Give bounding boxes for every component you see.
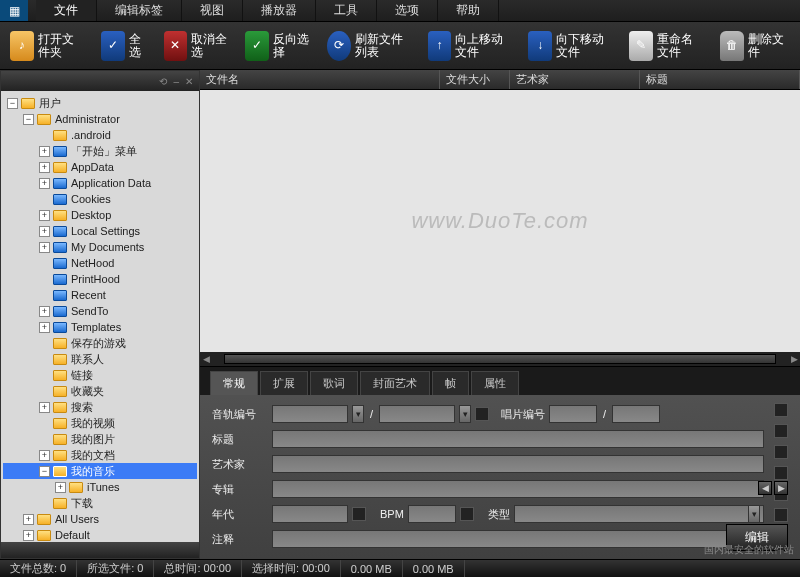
input-year[interactable] (272, 505, 348, 523)
menu-help[interactable]: 帮助 (438, 0, 499, 21)
check-year-inline[interactable] (352, 507, 366, 521)
tree-item[interactable]: 我的图片 (3, 431, 197, 447)
tree-item-label: My Documents (71, 241, 144, 253)
trash-icon: 🗑 (720, 31, 744, 61)
move-down-button[interactable]: ↓ 向下移动文件 (522, 29, 619, 63)
scroll-left-icon[interactable]: ◀ (200, 354, 212, 364)
tree-item[interactable]: .android (3, 127, 197, 143)
check-track-inline[interactable] (475, 407, 489, 421)
delete-button[interactable]: 🗑 删除文件 (714, 29, 792, 63)
tree-item[interactable]: +Default (3, 527, 197, 542)
tree-item[interactable]: +Application Data (3, 175, 197, 191)
check-track[interactable] (774, 403, 788, 417)
tab-frames[interactable]: 帧 (432, 371, 469, 395)
tree-root[interactable]: −用户 (3, 95, 197, 111)
check-comment[interactable] (774, 508, 788, 522)
tree-item[interactable]: +All Users (3, 511, 197, 527)
tab-cover-art[interactable]: 封面艺术 (360, 371, 430, 395)
tree-item[interactable]: −Administrator (3, 111, 197, 127)
check-bpm-inline[interactable] (460, 507, 474, 521)
input-genre[interactable] (514, 505, 764, 523)
input-artist[interactable] (272, 455, 764, 473)
tree-item[interactable]: Cookies (3, 191, 197, 207)
tree-item[interactable]: +Local Settings (3, 223, 197, 239)
tree-item-label: 链接 (71, 368, 93, 383)
rename-button[interactable]: ✎ 重命名文件 (623, 29, 710, 63)
tab-extended[interactable]: 扩展 (260, 371, 308, 395)
label-title: 标题 (212, 432, 268, 447)
file-list[interactable]: www.DuoTe.com (200, 90, 800, 352)
scroll-right-icon[interactable]: ▶ (788, 354, 800, 364)
tab-properties[interactable]: 属性 (471, 371, 519, 395)
tree-item[interactable]: NetHood (3, 255, 197, 271)
tree-item[interactable]: 联系人 (3, 351, 197, 367)
tree-item[interactable]: +My Documents (3, 239, 197, 255)
invert-selection-button[interactable]: ✓ 反向选择 (239, 29, 317, 63)
refresh-icon: ⟳ (327, 31, 351, 61)
tree-item[interactable]: 收藏夹 (3, 383, 197, 399)
genre-dropdown-icon[interactable]: ▾ (748, 505, 760, 523)
tree-item[interactable]: −我的音乐 (3, 463, 197, 479)
check-icon: ✓ (101, 31, 125, 61)
tree-item[interactable]: +SendTo (3, 303, 197, 319)
next-file-button[interactable]: ▶ (774, 481, 788, 495)
check-title[interactable] (774, 424, 788, 438)
refresh-tree-icon[interactable]: ⟲ (159, 76, 167, 87)
col-filesize[interactable]: 文件大小 (440, 70, 510, 89)
tree-item[interactable]: 保存的游戏 (3, 335, 197, 351)
tree-item[interactable]: +搜索 (3, 399, 197, 415)
menu-tools[interactable]: 工具 (316, 0, 377, 21)
menu-options[interactable]: 选项 (377, 0, 438, 21)
collapse-tree-icon[interactable]: – (173, 76, 179, 87)
move-up-button[interactable]: ↑ 向上移动文件 (422, 29, 519, 63)
tree-item[interactable]: Recent (3, 287, 197, 303)
track-total-dropdown-icon[interactable]: ▾ (459, 405, 471, 423)
tree-item[interactable]: 下载 (3, 495, 197, 511)
col-title[interactable]: 标题 (640, 70, 800, 89)
close-tree-icon[interactable]: ✕ (185, 76, 193, 87)
prev-file-button[interactable]: ◀ (758, 481, 772, 495)
tree-item-label: NetHood (71, 257, 114, 269)
menu-player[interactable]: 播放器 (243, 0, 316, 21)
input-title[interactable] (272, 430, 764, 448)
deselect-all-button[interactable]: ✕ 取消全选 (158, 29, 236, 63)
scroll-track[interactable] (224, 354, 776, 364)
tag-form: 音轨编号 ▾ / ▾ 唱片编号 / 标题 艺术家 (200, 395, 800, 559)
menu-file[interactable]: 文件 (36, 0, 97, 21)
tree-item[interactable]: +AppData (3, 159, 197, 175)
tree-item[interactable]: PrintHood (3, 271, 197, 287)
check-artist[interactable] (774, 445, 788, 459)
tree-item[interactable]: +Desktop (3, 207, 197, 223)
status-size2: 0.00 MB (403, 560, 465, 577)
tree-item[interactable]: +Templates (3, 319, 197, 335)
menu-edit-tags[interactable]: 编辑标签 (97, 0, 182, 21)
tree-item[interactable]: 我的视频 (3, 415, 197, 431)
scroll-thumb[interactable] (225, 355, 775, 363)
tree-item[interactable]: +「开始」菜单 (3, 143, 197, 159)
col-artist[interactable]: 艺术家 (510, 70, 640, 89)
select-all-button[interactable]: ✓ 全选 (95, 29, 153, 63)
input-track-total[interactable] (379, 405, 455, 423)
tab-lyrics[interactable]: 歌词 (310, 371, 358, 395)
tab-general[interactable]: 常规 (210, 371, 258, 395)
menu-view[interactable]: 视图 (182, 0, 243, 21)
input-track-no[interactable] (272, 405, 348, 423)
track-no-dropdown-icon[interactable]: ▾ (352, 405, 364, 423)
col-filename[interactable]: 文件名 (200, 70, 440, 89)
check-album[interactable] (774, 466, 788, 480)
tree-item[interactable]: 链接 (3, 367, 197, 383)
refresh-list-button[interactable]: ⟳ 刷新文件列表 (321, 29, 418, 63)
menu-bar: ▦ 文件 编辑标签 视图 播放器 工具 选项 帮助 (0, 0, 800, 22)
input-album[interactable] (272, 480, 764, 498)
tree-item[interactable]: +我的文档 (3, 447, 197, 463)
open-folder-button[interactable]: ♪ 打开文件夹 (4, 29, 91, 63)
folder-tree[interactable]: −用户−Administrator.android+「开始」菜单+AppData… (1, 91, 199, 542)
file-list-scrollbar[interactable]: ◀ ▶ (200, 352, 800, 366)
tree-item-label: 保存的游戏 (71, 336, 126, 351)
input-comment[interactable] (272, 530, 744, 548)
input-disc-total[interactable] (612, 405, 660, 423)
tree-item[interactable]: +iTunes (3, 479, 197, 495)
tree-item-label: 下载 (71, 496, 93, 511)
input-disc-no[interactable] (549, 405, 597, 423)
input-bpm[interactable] (408, 505, 456, 523)
